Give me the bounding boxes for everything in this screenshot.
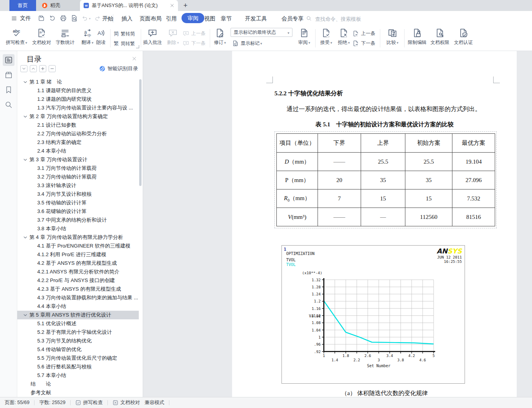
tab-close-icon[interactable] bbox=[169, 3, 175, 8]
toc-item[interactable]: 5.1 优化设计概述 bbox=[17, 319, 139, 328]
toc-item[interactable]: 3.8 本章小结 bbox=[17, 224, 139, 233]
toc-item[interactable]: 第 1 章 绪 论 bbox=[17, 78, 139, 86]
toc-item[interactable]: 4.4 本章小结 bbox=[17, 302, 139, 311]
toc-item[interactable]: 1.1 课题研究的目的意义 bbox=[17, 86, 139, 95]
undo-button[interactable] bbox=[81, 15, 88, 22]
toc-item[interactable]: 第 4 章 万向传动装置的有限元静力学分析 bbox=[17, 233, 139, 242]
toc-item[interactable]: 3.5 传动轴的设计计算 bbox=[17, 199, 139, 207]
toc-item[interactable]: 2.2 万向传动的运动和受力分析 bbox=[17, 129, 139, 138]
toc-item[interactable]: 结 论 bbox=[17, 380, 139, 388]
toc-item[interactable]: 5.4 传动轴管的优化 bbox=[17, 345, 139, 354]
menu-item-4[interactable]: 引用 bbox=[166, 14, 177, 23]
toc-item[interactable]: 2.4 本章小结 bbox=[17, 147, 139, 155]
markup-state-select[interactable]: 显示标记的最终状态 bbox=[231, 28, 292, 37]
chevron-down-icon[interactable] bbox=[23, 80, 27, 84]
collapse-all-button[interactable] bbox=[30, 65, 37, 72]
toc-item[interactable]: 5.2 基于有限元的十字轴优化设计 bbox=[17, 328, 139, 337]
chevron-down-icon[interactable] bbox=[23, 313, 27, 317]
menu-item-7[interactable]: 章节 bbox=[221, 14, 232, 23]
page-indicator[interactable]: 页面: 55/69 bbox=[5, 399, 29, 406]
search-panel-icon[interactable] bbox=[4, 100, 13, 109]
toc-item[interactable]: 5.6 进行整机装配与校核 bbox=[17, 362, 139, 371]
trad-to-simp-button[interactable]: 简繁转简 bbox=[114, 30, 135, 37]
toc-item[interactable]: 1.2 课题的国内研究现状 bbox=[17, 95, 139, 104]
next-comment-button[interactable]: 下一条 bbox=[183, 40, 205, 47]
redo-button[interactable] bbox=[94, 15, 102, 22]
toc-item[interactable]: 3.4 万向节叉设计和校核 bbox=[17, 190, 139, 199]
toc-item[interactable]: 1.3 汽车万向传动装置设计主要内容与设 ... bbox=[17, 104, 139, 112]
track-changes-button[interactable]: 修订 bbox=[206, 28, 234, 46]
toc-item[interactable]: 4.1 基于 Pro/ENGINEER 软件的三维建模 bbox=[17, 242, 139, 250]
toc-item[interactable]: 4.2.3 基于 ANSYS 的有限元模型生成 bbox=[17, 285, 139, 293]
menu-item-6[interactable]: 视图 bbox=[204, 14, 215, 23]
spell-check-status[interactable]: 拼写检查 bbox=[75, 399, 103, 406]
next-change-button[interactable]: 下一条 bbox=[352, 40, 375, 47]
toolbox-panel-icon[interactable] bbox=[4, 71, 13, 79]
toc-item[interactable]: 第 3 章 万向传动装置设计 bbox=[17, 155, 139, 164]
compare-button[interactable]: 比较 bbox=[378, 28, 407, 46]
tab-docer[interactable]: 稻壳 bbox=[36, 0, 80, 11]
undo-caret-icon[interactable]: ▾ bbox=[89, 17, 91, 20]
document-page[interactable]: 5.2.2 十字轴优化结果分析 通过一系列的迭代，得出最优的设计结果值，以表格和… bbox=[232, 51, 517, 397]
read-aloud-button[interactable]: A朗读 bbox=[87, 28, 115, 46]
collapse-button[interactable] bbox=[49, 65, 56, 72]
tab-document-active[interactable]: W 基于ANSYS的... 说明书 (论文) bbox=[80, 0, 178, 11]
table-cell-upper: — bbox=[361, 208, 405, 226]
expand-all-button[interactable] bbox=[20, 65, 27, 72]
toc-panel-icon[interactable] bbox=[3, 54, 15, 66]
svg-text:Set Number: Set Number bbox=[367, 364, 390, 368]
toc-item[interactable]: 第 5 章用 ANSYS 软件进行优化设计 bbox=[17, 311, 139, 319]
simp-to-trad-button[interactable]: 繁简转繁 bbox=[114, 40, 135, 47]
expand-button[interactable] bbox=[39, 65, 46, 72]
chevron-down-icon[interactable] bbox=[23, 235, 27, 240]
toc-item[interactable]: 3.6 花键轴的设计计算 bbox=[17, 207, 139, 216]
toc-close-icon[interactable] bbox=[131, 56, 137, 62]
menu-item-9[interactable]: 会员专享 bbox=[281, 14, 303, 23]
toc-item[interactable]: 4.2.2 Pro/E 与 ANSYS 接口的创建 bbox=[17, 276, 139, 285]
export-button[interactable] bbox=[49, 15, 56, 22]
save-button[interactable] bbox=[38, 15, 45, 22]
toc-item[interactable]: 5.3 万向节叉的结构优化 bbox=[17, 337, 139, 345]
toc-item-label: 4.3 万向传动装置静载和约束的施加与结果 ... bbox=[37, 294, 138, 301]
show-markup-button[interactable]: 显示标记 bbox=[232, 40, 262, 47]
menu-item-3[interactable]: 页面布局 bbox=[140, 14, 162, 23]
menu-item-5[interactable]: 审阅 bbox=[182, 13, 204, 23]
toc-item[interactable]: 3.1 万向节传动的计算载荷 bbox=[17, 164, 139, 173]
toc-item[interactable]: 3.3 滚针轴承设计 bbox=[17, 181, 139, 190]
toc-item[interactable]: 3.7 中间支承的结构分析和设计 bbox=[17, 216, 139, 224]
command-search-input[interactable] bbox=[314, 14, 394, 24]
print-button[interactable] bbox=[60, 15, 67, 22]
file-menu-button[interactable]: 文件 bbox=[11, 14, 31, 23]
menu-item-2[interactable]: 插入 bbox=[122, 14, 133, 23]
menu-item-1[interactable]: 开始 bbox=[102, 14, 113, 23]
doc-certify-button[interactable]: 文档认证 bbox=[449, 28, 478, 46]
new-tab-button[interactable]: + bbox=[181, 1, 190, 10]
toc-item[interactable]: 5.7 本章小结 bbox=[17, 371, 139, 380]
chevron-down-icon[interactable] bbox=[23, 115, 27, 119]
menu-item-8[interactable]: 开发工具 bbox=[245, 14, 267, 23]
smart-recognize-toc-button[interactable]: 智能识别目录 bbox=[99, 65, 138, 72]
document-area[interactable]: 5.2.2 十字轴优化结果分析 通过一系列的迭代，得出最优的设计结果值，以表格和… bbox=[143, 51, 532, 397]
tab-home[interactable]: 首页 bbox=[9, 0, 36, 11]
toc-item[interactable]: 2.3 结构方案的确定 bbox=[17, 138, 139, 147]
toc-item[interactable]: 4.2.1 ANSYS 有限元分析软件的简介 bbox=[17, 268, 139, 276]
prev-comment-button[interactable]: 上一条 bbox=[183, 30, 205, 37]
chevron-down-icon[interactable] bbox=[23, 158, 27, 162]
toc-item[interactable]: 4.2 基于 ANSYS 的有限元模型生成 bbox=[17, 259, 139, 268]
toc-scrollbar-thumb[interactable] bbox=[139, 79, 142, 186]
doc-proof-status[interactable]: 文档校对 bbox=[113, 399, 140, 406]
toc-item[interactable]: 4.1.2 利用 Pro/E 进行三维建模 bbox=[17, 250, 139, 259]
toc-item[interactable]: 3.2 万向传动轴的计算载荷 bbox=[17, 173, 139, 181]
print-preview-button[interactable] bbox=[71, 15, 78, 22]
spell-check-button[interactable]: abc拼写检查 bbox=[2, 28, 31, 46]
word-count-indicator[interactable]: 字数: 25529 bbox=[39, 399, 65, 406]
toc-item-label: 5.5 万向传动装置优化后尺寸的确定 bbox=[37, 355, 117, 362]
table-row: R0（mm）715157.532 bbox=[277, 189, 495, 208]
prev-change-button[interactable]: 上一条 bbox=[352, 30, 375, 37]
toc-item[interactable]: 4.3 万向传动装置静载和约束的施加与结果 ... bbox=[17, 293, 139, 302]
toc-item[interactable]: 参考文献 bbox=[17, 388, 139, 397]
toc-item[interactable]: 5.5 万向传动装置优化后尺寸的确定 bbox=[17, 354, 139, 362]
toc-item[interactable]: 2.1 设计已知参数 bbox=[17, 121, 139, 129]
toc-item[interactable]: 第 2 章 万向传动装置结构方案确定 bbox=[17, 112, 139, 121]
bookmark-panel-icon[interactable] bbox=[4, 86, 13, 94]
